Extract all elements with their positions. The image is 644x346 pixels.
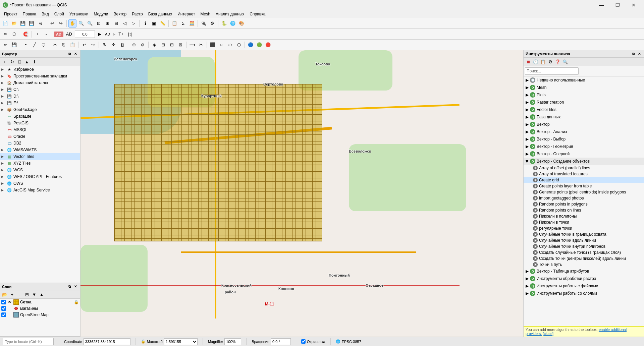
- category-database[interactable]: ▶ Q База данных: [524, 113, 644, 121]
- browser-item-spatialite[interactable]: ✏ SpatiaLite: [0, 113, 80, 120]
- processing-button[interactable]: ⚙: [208, 19, 216, 27]
- qgis-plugins-button[interactable]: 🔌: [200, 19, 208, 27]
- browser-item-wms[interactable]: ▶ 🌐 WMS/WMTS: [0, 147, 80, 153]
- add-feature-button[interactable]: +: [34, 30, 42, 38]
- search-tools-button[interactable]: 🔍: [562, 58, 569, 65]
- cut-features-button[interactable]: ✂: [51, 41, 59, 49]
- browser-info-button[interactable]: ℹ: [31, 58, 38, 65]
- tool-array-translated[interactable]: ✦ Array of translated features: [524, 171, 644, 177]
- vertex-snap-button[interactable]: 🔵: [247, 41, 255, 49]
- undo-button[interactable]: ↩: [48, 19, 56, 27]
- category-vector-select[interactable]: ▶ Q Вектор - Выбор: [524, 135, 644, 143]
- zoom-layer-button[interactable]: ⊞: [103, 19, 111, 27]
- tool-array-offset-lines[interactable]: ✦ Array of offset (parallel) lines: [524, 165, 644, 171]
- snap-config[interactable]: |↕|: [126, 30, 134, 38]
- tool-random-points-along-line[interactable]: ✦ Случайные точки вдоль линии: [524, 237, 644, 243]
- zoom-extent-button[interactable]: ⊡: [95, 19, 103, 27]
- filter-layers-button[interactable]: ⊟: [23, 291, 30, 298]
- statistical-button[interactable]: Σ: [179, 19, 187, 27]
- snap-button[interactable]: 🧲: [22, 30, 30, 38]
- polygon-tool[interactable]: ⬡: [39, 41, 47, 49]
- open-layer-button[interactable]: 📂: [1, 291, 8, 298]
- layer-visibility-osm[interactable]: [1, 312, 6, 317]
- browser-item-ows[interactable]: ▶ 🌐 OWS: [0, 180, 80, 187]
- layers-float-button[interactable]: ⧉: [67, 284, 72, 289]
- layer-row-setka[interactable]: 👁 Сетка 🔒: [0, 299, 80, 305]
- split-button[interactable]: ⊘: [139, 41, 147, 49]
- snapping-button[interactable]: 🔴: [264, 41, 272, 49]
- move-button[interactable]: ✛: [109, 41, 117, 49]
- menu-view[interactable]: Вид: [39, 11, 52, 17]
- tool-create-points-from-table[interactable]: ✦ Create points layer from table: [524, 183, 644, 189]
- open-project-button[interactable]: 📂: [10, 19, 18, 27]
- collapse-all-button[interactable]: ▲: [38, 291, 45, 298]
- tool-import-geotagged-photos[interactable]: ✦ Import geotagged photos: [524, 195, 644, 201]
- menu-analysis[interactable]: Анализ данных: [213, 11, 247, 17]
- browser-filter-button[interactable]: ⊟: [16, 58, 23, 65]
- browser-item-e[interactable]: ▶ 💾 E:\: [0, 100, 80, 106]
- tool-random-points-on-lines[interactable]: ✦ Random points on lines: [524, 207, 644, 213]
- map-area[interactable]: Зеленогорск Токсово Сертолово Курортный …: [80, 50, 523, 337]
- merge-button[interactable]: ⊕: [130, 41, 138, 49]
- browser-item-wcs[interactable]: ▶ 🌐 WCS: [0, 167, 80, 173]
- tool-create-random-points-layer[interactable]: ✦ Создать случайные точки (в границах сл…: [524, 249, 644, 255]
- category-recent[interactable]: ▶ 🕐 Недавно использованные: [524, 76, 644, 84]
- measure-button[interactable]: 📏: [159, 19, 167, 27]
- expand-all-button[interactable]: ▼: [31, 291, 38, 298]
- fill-ring-button[interactable]: ⊟: [168, 41, 176, 49]
- zoom-selection-button[interactable]: ⊟: [112, 19, 120, 27]
- point-tool[interactable]: •: [22, 41, 30, 49]
- delete-sel-button[interactable]: 🗑: [118, 41, 126, 49]
- browser-item-d[interactable]: ▶ 💾 D:\: [0, 93, 80, 100]
- category-mesh[interactable]: ▶ Q Mesh: [524, 84, 644, 91]
- select-button[interactable]: ▣: [150, 19, 158, 27]
- layer-visibility-setka[interactable]: [1, 300, 6, 304]
- category-vector[interactable]: ▶ Q Вектор: [524, 121, 644, 128]
- analysis-close-button[interactable]: ✕: [637, 51, 642, 57]
- reshape-button[interactable]: ◈: [150, 41, 158, 49]
- coordinate-input[interactable]: [84, 338, 130, 345]
- tool-generate-points-inside-polygons[interactable]: ✦ Generate points (pixel centroids) insi…: [524, 189, 644, 195]
- options-button[interactable]: ⚙: [547, 58, 554, 65]
- tool-pixels-to-polygons[interactable]: ✦ Пиксели в полигоны: [524, 213, 644, 219]
- browser-item-vector-tiles[interactable]: ▶ ▦ Vector Tiles: [0, 153, 80, 160]
- maximize-button[interactable]: ❐: [610, 0, 625, 10]
- menu-layer[interactable]: Слой: [52, 11, 67, 17]
- tool-regular-points[interactable]: ✦ регулярные точки: [524, 225, 644, 231]
- minimize-button[interactable]: —: [594, 0, 609, 10]
- layers-close-button[interactable]: ✕: [73, 284, 78, 289]
- toggle-editing-button[interactable]: ✏: [1, 41, 9, 49]
- browser-item-bookmarks[interactable]: ▶ 🔖 Пространственные закладки: [0, 73, 80, 79]
- style-button[interactable]: 🎨: [237, 19, 246, 27]
- browser-item-c[interactable]: ▶ 💾 C:\: [0, 86, 80, 93]
- layer-row-osm[interactable]: OpenStreetMap: [0, 311, 80, 318]
- delete-ring-button[interactable]: ⊠: [176, 41, 184, 49]
- layer-row-shops[interactable]: магазины: [0, 305, 80, 311]
- offset-curve-button[interactable]: ⟿: [188, 41, 196, 49]
- node-tool-button[interactable]: ⬡: [10, 30, 18, 38]
- category-vector-create[interactable]: ▶ Q Вектор - Создание объектов: [524, 158, 644, 165]
- menu-help[interactable]: Справка: [247, 11, 268, 17]
- analysis-float-button[interactable]: ⧉: [631, 51, 636, 57]
- close-button[interactable]: ✕: [626, 0, 641, 10]
- trim-button[interactable]: ✂: [197, 41, 205, 49]
- stop-button[interactable]: ⏹: [525, 58, 532, 65]
- digitize-button[interactable]: ✏: [1, 30, 9, 38]
- menu-project[interactable]: Проект: [1, 11, 20, 17]
- category-vector-attributes[interactable]: ▶ Q Вектор - Таблица атрибутов: [524, 268, 644, 275]
- save-edits-button[interactable]: 💾: [10, 41, 18, 49]
- help-button[interactable]: ❓: [554, 58, 561, 65]
- line-tool[interactable]: ╱: [31, 41, 39, 49]
- redo-edits-button[interactable]: ↪: [89, 41, 97, 49]
- category-vector-analysis[interactable]: ▶ Q Вектор - Анализ: [524, 128, 644, 135]
- python-button[interactable]: 🐍: [220, 19, 228, 27]
- browser-float-button[interactable]: ⧉: [67, 51, 72, 57]
- undo-edits-button[interactable]: ↩: [80, 41, 88, 49]
- remove-layer-button[interactable]: -: [16, 291, 23, 298]
- tool-pixels-to-points[interactable]: ✦ Пиксели в точки: [524, 219, 644, 225]
- zoom-out-button[interactable]: 🔍: [86, 19, 94, 27]
- tool-random-points-extent[interactable]: ✦ Случайные точки в границах охвата: [524, 231, 644, 237]
- category-layer-tools[interactable]: ▶ Q Инструменты работы со слоями: [524, 290, 644, 297]
- save-project-button[interactable]: 💾: [19, 19, 27, 27]
- new-project-button[interactable]: 📄: [1, 19, 9, 27]
